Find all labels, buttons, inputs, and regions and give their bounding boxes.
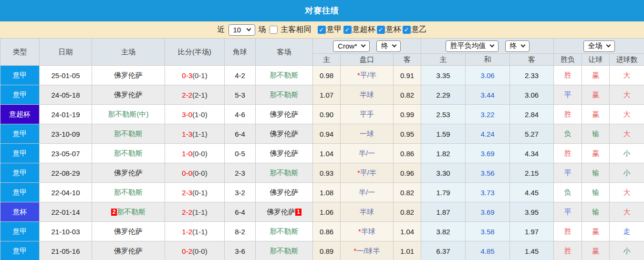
away-odds: 1.01 xyxy=(394,241,421,260)
handicap-result: 赢 xyxy=(582,241,610,260)
away-odds: 0.82 xyxy=(394,183,421,202)
handicap-cell: 半/一 xyxy=(341,144,394,163)
same-venue-checkbox[interactable] xyxy=(270,26,278,34)
avg-away-odds: 1.97 xyxy=(510,222,554,241)
score-cell: 2-2(1-1) xyxy=(165,202,225,222)
home-team-cell: 那不勒斯(中) xyxy=(92,105,165,124)
handicap-cell: *半球 xyxy=(341,222,394,241)
head-to-head-table: 类型 日期 主场 比分(半场) 角球 客场 Crow* 终 xyxy=(0,38,644,260)
away-odds: 0.95 xyxy=(394,124,421,144)
league-type-badge: 意甲 xyxy=(0,124,40,144)
home-team-name: 那不勒斯 xyxy=(114,188,143,196)
match-row: 意甲 21-05-16 佛罗伦萨 0-2(0-0) 3-6 那不勒斯 0.89 … xyxy=(0,241,644,260)
corners-score: 4-2 xyxy=(225,66,256,85)
league-checkbox-serieb[interactable]: ✓ xyxy=(403,26,411,34)
bookmaker-time-select[interactable]: 终 xyxy=(376,40,401,52)
goals-over-under-result: 大 xyxy=(610,183,644,202)
away-team-cell: 佛罗伦萨 xyxy=(256,105,313,124)
league-type-badge: 意杯 xyxy=(0,202,40,222)
subheader-handicap-result: 让球 xyxy=(582,54,610,66)
match-date: 21-10-03 xyxy=(40,222,92,241)
halftime-score: (1-0) xyxy=(192,110,208,119)
handicap-cell: 平手 xyxy=(341,105,394,124)
handicap-line: 半球 xyxy=(360,90,374,99)
away-team-cell: 那不勒斯 xyxy=(256,85,313,105)
halftime-score: (0-1) xyxy=(192,189,208,197)
win-draw-loss-result: 平 xyxy=(554,85,582,105)
chevron-down-icon xyxy=(520,43,525,48)
goals-over-under-result: 小 xyxy=(610,241,644,260)
league-type-badge: 意甲 xyxy=(0,241,40,260)
subheader-away-odds: 客 xyxy=(394,54,421,66)
wdl-avg-select[interactable]: 胜平负均值 xyxy=(446,40,499,52)
avg-home-odds: 6.37 xyxy=(421,241,466,260)
handicap-result: 输 xyxy=(582,183,610,202)
away-team-name: 那不勒斯 xyxy=(270,247,299,255)
handicap-line: 平/半 xyxy=(360,71,376,79)
handicap-result: 赢 xyxy=(582,222,610,241)
col-header-date: 日期 xyxy=(40,39,92,66)
fulltime-score: 0-3 xyxy=(182,71,192,80)
chevron-down-icon xyxy=(489,43,494,48)
bookmaker-select[interactable]: Crow* xyxy=(333,40,370,52)
score-cell: 2-3(0-1) xyxy=(165,183,225,202)
fulltime-score: 0-0 xyxy=(182,169,192,177)
home-team-name: 那不勒斯(中) xyxy=(108,110,149,118)
match-date: 22-08-29 xyxy=(40,163,92,183)
league-checkbox-cup[interactable]: ✓ xyxy=(377,26,385,34)
score-cell: 1-2(1-1) xyxy=(165,222,225,241)
league-checkbox-seriea[interactable]: ✓ xyxy=(318,26,326,34)
handicap-line: 半/一 xyxy=(359,188,375,196)
avg-away-odds: 3.95 xyxy=(510,202,554,222)
avg-draw-odds: 4.85 xyxy=(466,241,510,260)
win-draw-loss-result: 负 xyxy=(554,124,582,144)
home-team-cell: 那不勒斯 xyxy=(92,124,165,144)
subheader-avg-away: 客 xyxy=(510,54,554,66)
avg-away-odds: 5.27 xyxy=(510,124,554,144)
away-team-cell: 那不勒斯 xyxy=(256,241,313,260)
match-count-select[interactable]: 10 xyxy=(229,24,255,36)
goals-over-under-result: 大 xyxy=(610,85,644,105)
handicap-line: 一球 xyxy=(360,130,374,138)
corners-score: 0-5 xyxy=(225,144,256,163)
win-draw-loss-result: 胜 xyxy=(554,66,582,85)
handicap-cell: *平/半 xyxy=(341,66,394,85)
goals-over-under-result: 走 xyxy=(610,222,644,241)
home-team-name: 佛罗伦萨 xyxy=(114,90,143,99)
avg-away-odds: 2.33 xyxy=(510,66,554,85)
fulltime-score: 0-2 xyxy=(182,247,192,255)
home-team-name: 那不勒斯 xyxy=(114,130,143,138)
home-team-cell: 2那不勒斯 xyxy=(92,202,165,222)
avg-draw-odds: 3.73 xyxy=(466,183,510,202)
chevron-down-icon xyxy=(606,43,611,48)
handicap-cell: 半球 xyxy=(341,85,394,105)
home-odds: 0.86 xyxy=(313,222,341,241)
league-label-seriea: 意甲 xyxy=(327,25,342,35)
goals-over-under-result: 小 xyxy=(610,163,644,183)
away-team-name: 佛罗伦萨 xyxy=(270,110,299,118)
handicap-cell: *平/半 xyxy=(341,163,394,183)
red-card-badge: 1 xyxy=(295,209,301,216)
col-header-home: 主场 xyxy=(92,39,165,66)
handicap-cell: *一/球半 xyxy=(341,241,394,260)
away-team-cell: 那不勒斯 xyxy=(256,163,313,183)
wdl-time-select[interactable]: 终 xyxy=(505,40,530,52)
away-team-name: 那不勒斯 xyxy=(270,90,299,99)
away-team-cell: 那不勒斯 xyxy=(256,222,313,241)
avg-home-odds: 2.53 xyxy=(421,105,466,124)
games-label: 场 xyxy=(259,25,266,35)
corners-score: 3-2 xyxy=(225,183,256,202)
win-draw-loss-result: 胜 xyxy=(554,105,582,124)
fulltime-score: 3-0 xyxy=(182,110,192,119)
avg-draw-odds: 4.24 xyxy=(466,124,510,144)
near-label: 近 xyxy=(218,25,225,35)
league-checkbox-supercup[interactable]: ✓ xyxy=(343,26,352,34)
home-odds: 0.93 xyxy=(313,163,341,183)
subheader-wdl: 胜负 xyxy=(554,54,582,66)
away-odds: 0.82 xyxy=(394,202,421,222)
period-select[interactable]: 全场 xyxy=(583,40,615,52)
match-row: 意超杯 24-01-19 那不勒斯(中) 3-0(1-0) 4-6 佛罗伦萨 0… xyxy=(0,105,644,124)
fulltime-score: 1-3 xyxy=(182,130,192,138)
avg-home-odds: 3.35 xyxy=(421,66,466,85)
handicap-result: 输 xyxy=(582,163,610,183)
